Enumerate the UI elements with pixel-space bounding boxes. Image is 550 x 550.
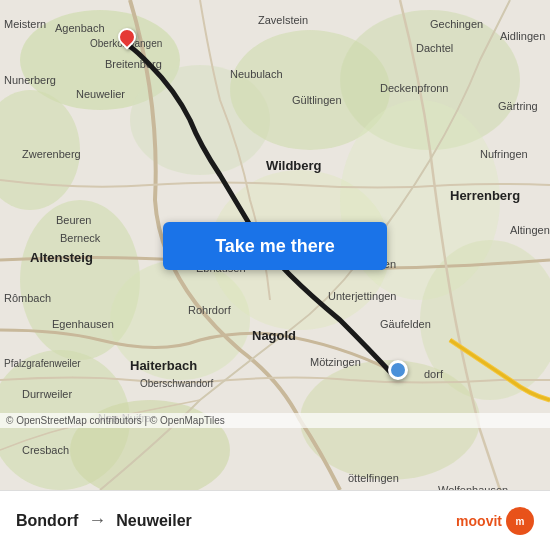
map-attribution: © OpenStreetMap contributors | © OpenMap… (0, 413, 550, 428)
arrow-icon: → (88, 510, 106, 531)
destination-label: Neuweiler (116, 512, 192, 530)
map: Meistern Agenbach Zavelstein Gechingen O… (0, 0, 550, 490)
destination-marker (388, 360, 408, 380)
svg-text:m: m (516, 516, 525, 527)
moovit-icon: m (506, 507, 534, 535)
bottom-bar: Bondorf → Neuweiler moovit m (0, 490, 550, 550)
moovit-text: moovit (456, 513, 502, 529)
moovit-logo: moovit m (456, 507, 534, 535)
take-me-there-button[interactable]: Take me there (163, 222, 387, 270)
origin-label: Bondorf (16, 512, 78, 530)
origin-marker (118, 28, 136, 46)
